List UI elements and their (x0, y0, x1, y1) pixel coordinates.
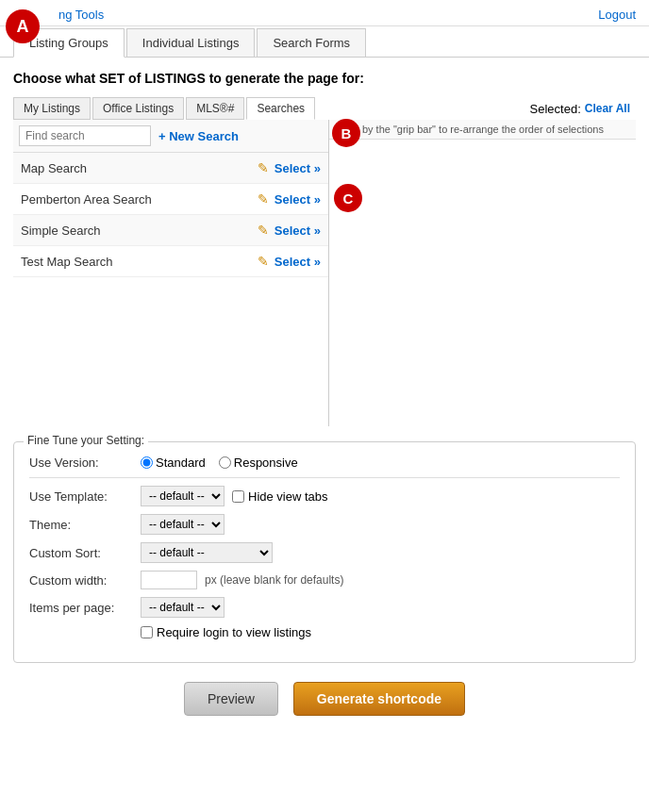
template-select[interactable]: -- default -- (141, 486, 225, 506)
ng-tools-link[interactable]: ng Tools (58, 8, 104, 22)
use-template-row: Use Template: -- default -- Hide view ta… (29, 486, 620, 506)
pencil-icon: ✎ (258, 223, 269, 238)
custom-width-input[interactable] (141, 571, 197, 589)
search-list: Map Search ✎ Select » Pemberton Area Sea… (13, 153, 328, 277)
left-panel: + New Search Map Search ✎ Select » Pembe… (13, 120, 329, 426)
radio-responsive-label: Responsive (234, 456, 298, 470)
fine-tune-box: Fine Tune your Setting: Use Version: Sta… (13, 441, 636, 663)
main-content: Choose what SET of LISTINGS to generate … (0, 58, 649, 748)
require-login-label[interactable]: Require login to view listings (141, 625, 311, 639)
custom-sort-label: Custom Sort: (29, 546, 133, 560)
hide-view-tabs-checkbox[interactable] (232, 490, 244, 503)
drag-tip: Drag by the "grip bar" to re-arrange the… (329, 120, 636, 140)
select-link[interactable]: Select » (275, 192, 321, 207)
select-link[interactable]: Select » (275, 161, 321, 175)
selected-label: Selected: (530, 102, 581, 116)
radio-standard-input[interactable] (141, 456, 153, 469)
theme-label: Theme: (29, 518, 133, 532)
tab-individual-listings[interactable]: Individual Listings (126, 28, 256, 57)
theme-select[interactable]: -- default -- (141, 514, 225, 535)
sub-tab-office-listings[interactable]: Office Listings (92, 97, 184, 120)
require-login-checkbox[interactable] (141, 626, 153, 638)
list-item: Map Search ✎ Select » (13, 153, 328, 184)
hide-view-tabs-label[interactable]: Hide view tabs (232, 489, 328, 504)
radio-responsive[interactable]: Responsive (219, 456, 298, 470)
use-version-label: Use Version: (29, 456, 133, 470)
list-item: Pemberton Area Search ✎ Select » (13, 184, 328, 215)
selected-row: Selected: Clear All (530, 102, 636, 116)
pencil-icon: ✎ (258, 191, 269, 207)
custom-width-note: px (leave blank for defaults) (205, 573, 343, 587)
hide-view-tabs-text: Hide view tabs (248, 489, 328, 504)
sub-tabs-group: My Listings Office Listings MLS®# Search… (13, 97, 317, 120)
use-template-label: Use Template: (29, 489, 133, 504)
new-search-link[interactable]: + New Search (158, 129, 239, 143)
theme-row: Theme: -- default -- (29, 514, 620, 535)
search-item-name: Test Map Search (21, 255, 258, 269)
set-heading: Choose what SET of LISTINGS to generate … (13, 71, 636, 86)
radio-responsive-input[interactable] (219, 456, 231, 469)
items-per-page-select[interactable]: -- default -- (141, 597, 225, 618)
pencil-icon: ✎ (258, 160, 269, 175)
items-per-page-row: Items per page: -- default -- (29, 597, 620, 618)
custom-width-row: Custom width: px (leave blank for defaul… (29, 571, 620, 589)
items-per-page-label: Items per page: (29, 601, 133, 615)
fine-tune-legend: Fine Tune your Setting: (24, 434, 148, 447)
sub-tabs-and-selected: My Listings Office Listings MLS®# Search… (13, 97, 636, 426)
custom-width-label: Custom width: (29, 573, 133, 588)
right-panel-scroll[interactable] (329, 140, 636, 413)
use-version-row: Use Version: Standard Responsive (29, 456, 620, 470)
right-panel: Drag by the "grip bar" to re-arrange the… (329, 120, 636, 426)
require-login-row: Require login to view listings (29, 625, 620, 639)
require-login-text: Require login to view listings (157, 625, 311, 639)
annotation-a: A (6, 9, 40, 43)
search-bar-row: + New Search (13, 120, 328, 153)
sub-tab-searches[interactable]: Searches (246, 97, 315, 120)
list-item: Simple Search ✎ Select » (13, 215, 328, 246)
radio-standard-label: Standard (156, 456, 206, 470)
search-item-name: Simple Search (21, 224, 258, 238)
search-input[interactable] (19, 125, 151, 146)
radio-standard[interactable]: Standard (141, 456, 206, 470)
search-item-name: Map Search (21, 161, 258, 175)
clear-all-link[interactable]: Clear All (585, 102, 630, 115)
custom-sort-select[interactable]: -- default -- (141, 542, 273, 563)
search-list-scroll[interactable]: Map Search ✎ Select » Pemberton Area Sea… (13, 153, 328, 426)
sub-tab-mls[interactable]: MLS®# (186, 97, 244, 120)
logout-link[interactable]: Logout (598, 8, 636, 22)
list-item: Test Map Search ✎ Select » (13, 246, 328, 277)
radio-group: Standard Responsive (141, 456, 298, 470)
generate-shortcode-button[interactable]: Generate shortcode (293, 682, 465, 716)
pencil-icon: ✎ (258, 254, 269, 269)
select-link[interactable]: Select » (275, 224, 321, 238)
select-link[interactable]: Select » (275, 255, 321, 269)
tab-search-forms[interactable]: Search Forms (257, 28, 366, 57)
custom-sort-row: Custom Sort: -- default -- (29, 542, 620, 563)
bottom-buttons: Preview Generate shortcode (13, 682, 636, 735)
top-bar: ng Tools Logout (0, 0, 649, 26)
main-tabs: Listing Groups Individual Listings Searc… (0, 28, 649, 58)
panels-container: + New Search Map Search ✎ Select » Pembe… (13, 120, 636, 426)
annotation-c: C (334, 184, 362, 212)
sub-tab-my-listings[interactable]: My Listings (13, 97, 91, 120)
search-item-name: Pemberton Area Search (21, 192, 258, 207)
preview-button[interactable]: Preview (184, 682, 278, 716)
divider (29, 477, 620, 478)
annotation-b: B (332, 119, 360, 147)
